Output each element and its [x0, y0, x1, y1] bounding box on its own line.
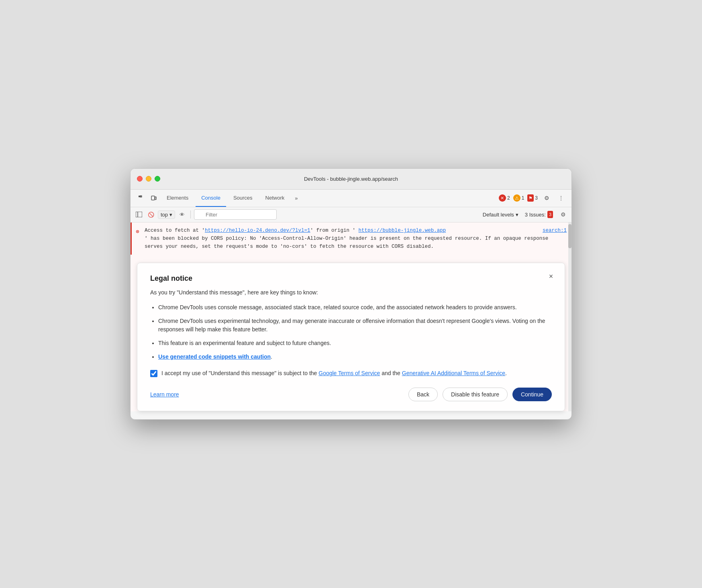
accept-row: I accept my use of "Understand this mess…	[150, 369, 552, 378]
settings-icon[interactable]: ⚙	[541, 192, 552, 204]
issue-badge: ⚑	[527, 194, 534, 202]
legal-notice-title: Legal notice	[150, 274, 552, 283]
window-title: DevTools - bubble-jingle.web.app/search	[304, 176, 398, 182]
console-content: ⊗ Access to fetch at 'https://hello-io-2…	[131, 223, 571, 411]
main-toolbar: Elements Console Sources Network » ✕ 2 ⚠…	[131, 190, 571, 207]
filter-wrapper: ⊟	[194, 209, 314, 220]
legal-item-3: This feature is an experimental feature …	[158, 339, 552, 348]
accept-text: I accept my use of "Understand this mess…	[161, 369, 507, 378]
error-badge-group[interactable]: ✕ 2	[499, 194, 510, 202]
disable-button[interactable]: Disable this feature	[443, 388, 508, 401]
origin-link[interactable]: https://bubble-jingle.web.app	[359, 228, 446, 233]
filter-input[interactable]	[194, 209, 277, 220]
issue-badge-group[interactable]: ⚑ 3	[527, 194, 538, 202]
clear-icon[interactable]: 🚫	[146, 209, 156, 220]
issues-count-badge: 3	[547, 211, 553, 218]
scrollbar-thumb[interactable]	[568, 224, 571, 248]
error-text-before: Access to fetch at '	[145, 228, 205, 233]
devtools-window: DevTools - bubble-jingle.web.app/search …	[130, 168, 572, 420]
minimize-button[interactable]	[146, 176, 151, 182]
device-icon[interactable]	[148, 192, 159, 204]
cursor-icon[interactable]	[135, 192, 147, 204]
issues-badge[interactable]: 3 Issues: 3	[525, 211, 553, 218]
tab-sources[interactable]: Sources	[228, 189, 258, 207]
legal-item-2: Chrome DevTools uses experimental techno…	[158, 317, 552, 334]
tab-console[interactable]: Console	[196, 189, 226, 207]
legal-footer: Learn more Back Disable this feature Con…	[150, 388, 552, 401]
fetch-url-link[interactable]: https://hello-io-24.deno.dev/?lvl=1	[205, 228, 310, 233]
scrollbar[interactable]	[568, 223, 571, 411]
continue-button[interactable]: Continue	[512, 388, 552, 401]
traffic-lights	[137, 176, 160, 182]
toolbar-right: ✕ 2 ⚠ 1 ⚑ 3 ⚙ ⋮	[499, 192, 567, 204]
sidebar-toggle-icon[interactable]	[134, 209, 144, 220]
legal-item-link: Use generated code snippets with caution…	[158, 353, 552, 361]
error-badge: ✕	[499, 194, 506, 202]
back-button[interactable]: Back	[408, 388, 438, 401]
svg-rect-0	[139, 196, 139, 196]
svg-rect-7	[141, 196, 142, 197]
svg-rect-10	[136, 212, 142, 217]
legal-intro-text: As you try "Understand this message", he…	[150, 288, 552, 297]
svg-rect-9	[155, 197, 156, 200]
console-toolbar: 🚫 top ▾ 👁 ⊟ Default levels ▾ 3 Issues: 3…	[131, 207, 571, 223]
error-circle-icon: ⊗	[136, 227, 139, 236]
legal-notice-dialog: × Legal notice As you try "Understand th…	[137, 263, 565, 411]
maximize-button[interactable]	[155, 176, 160, 182]
eye-icon[interactable]: 👁	[177, 209, 187, 220]
source-link[interactable]: search:1	[543, 227, 567, 235]
tab-more[interactable]: »	[292, 189, 301, 207]
error-text-middle: ' from origin '	[310, 228, 359, 233]
accept-checkbox[interactable]	[150, 370, 157, 377]
levels-select[interactable]: Default levels ▾	[483, 212, 518, 218]
ai-tos-link[interactable]: Generative AI Additional Terms of Servic…	[402, 370, 505, 376]
console-settings-icon[interactable]: ⚙	[558, 209, 568, 220]
caution-link[interactable]: Use generated code snippets with caution	[158, 353, 271, 360]
tab-network[interactable]: Network	[260, 189, 290, 207]
more-icon[interactable]: ⋮	[555, 192, 567, 204]
chevron-down-icon: ▾	[169, 212, 172, 218]
learn-more-link[interactable]: Learn more	[150, 391, 179, 398]
google-tos-link[interactable]: Google Terms of Service	[318, 370, 380, 376]
warning-badge: ⚠	[513, 194, 520, 202]
legal-item-1: Chrome DevTools uses console message, as…	[158, 303, 552, 312]
close-button[interactable]	[137, 176, 143, 182]
context-selector[interactable]: top ▾	[158, 210, 175, 219]
divider	[190, 210, 191, 218]
title-bar: DevTools - bubble-jingle.web.app/search	[131, 169, 571, 190]
error-message: ⊗ Access to fetch at 'https://hello-io-2…	[131, 223, 571, 255]
warning-badge-group[interactable]: ⚠ 1	[513, 194, 524, 202]
svg-rect-2	[139, 196, 139, 197]
console-content-wrapper: ⊗ Access to fetch at 'https://hello-io-2…	[131, 223, 571, 411]
svg-rect-8	[151, 196, 155, 200]
legal-items-list: Chrome DevTools uses console message, as…	[150, 303, 552, 361]
tab-elements[interactable]: Elements	[161, 189, 194, 207]
error-text-rest: ' has been blocked by CORS policy: No 'A…	[145, 236, 548, 249]
close-icon[interactable]: ×	[545, 271, 557, 282]
chevron-down-icon: ▾	[516, 212, 518, 218]
